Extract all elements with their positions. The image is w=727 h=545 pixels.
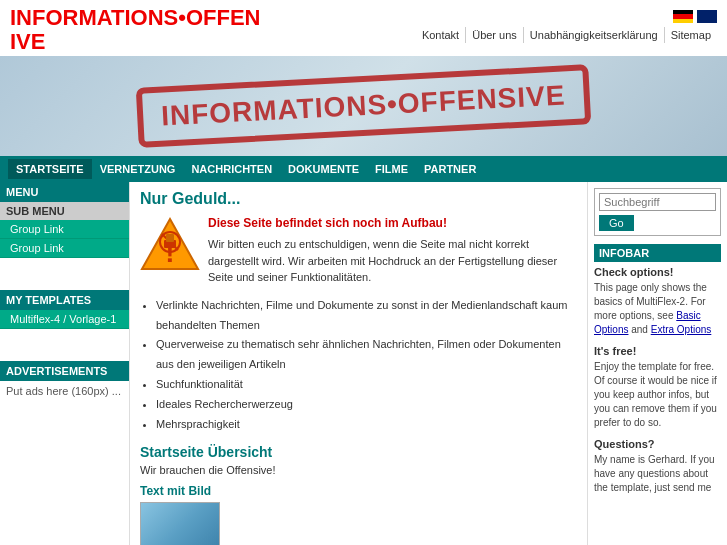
- sidebar-template-link-1[interactable]: Multiflex-4 / Vorlage-1: [0, 310, 129, 329]
- overview-section: Startseite Übersicht Wir brauchen die Of…: [140, 444, 577, 545]
- construction-title: Diese Seite befindet sich noch im Aufbau…: [208, 216, 447, 230]
- sidebar-link-2[interactable]: Group Link: [0, 239, 129, 258]
- infobar-section-3-title: Questions?: [594, 438, 721, 450]
- flag-de[interactable]: [673, 10, 693, 23]
- banner: INFORMATIONS•OFFENSIVE: [0, 56, 727, 156]
- nav-kontakt[interactable]: Kontakt: [416, 27, 465, 43]
- list-item-1: Verlinkte Nachrichten, Filme und Dokumen…: [156, 296, 577, 336]
- header: INFORMATIONS•OFFEN IVE Kontakt Über uns …: [0, 0, 727, 56]
- sidebar-ads-text: Put ads here (160px) ...: [0, 381, 129, 401]
- overview-image: [140, 502, 220, 545]
- top-nav: Kontakt Über uns Unabhängigkeitserklärun…: [416, 27, 717, 43]
- main: MENU SUB MENU Group Link Group Link MY T…: [0, 182, 727, 545]
- banner-stamp: INFORMATIONS•OFFENSIVE: [136, 65, 591, 149]
- navbar-item-filme[interactable]: FILME: [367, 159, 416, 179]
- sidebar-sub-menu-title: SUB MENU: [0, 202, 129, 220]
- construction-body: Wir bitten euch zu entschuldigen, wenn d…: [208, 236, 577, 286]
- infobar-extra-options-link[interactable]: Extra Options: [651, 324, 712, 335]
- overview-text: Wir brauchen die Offensive!: [140, 464, 577, 476]
- svg-rect-5: [166, 234, 174, 242]
- navbar-item-vernetzung[interactable]: VERNETZUNG: [92, 159, 184, 179]
- sidebar-link-1[interactable]: Group Link: [0, 220, 129, 239]
- search-box: Go: [594, 188, 721, 236]
- infobar-section-1: Check options! This page only shows the …: [594, 266, 721, 337]
- content-list: Verlinkte Nachrichten, Filme und Dokumen…: [140, 296, 577, 435]
- nav-sitemap[interactable]: Sitemap: [664, 27, 717, 43]
- title-text: INFORMATIONS•OFFEN: [10, 5, 261, 30]
- navbar-item-partner[interactable]: PARTNER: [416, 159, 484, 179]
- list-item-4: Ideales Rechercherwerzeug: [156, 395, 577, 415]
- list-item-3: Suchfunktionalität: [156, 375, 577, 395]
- search-input[interactable]: [599, 193, 716, 211]
- content-heading: Nur Geduld...: [140, 190, 577, 208]
- banner-stamp-text: INFORMATIONS•OFFENSIVE: [161, 80, 567, 132]
- header-right: Kontakt Über uns Unabhängigkeitserklärun…: [416, 10, 717, 43]
- construction-text: Diese Seite befindet sich noch im Aufbau…: [208, 214, 577, 286]
- sidebar-ads-title: ADVERTISEMENTS: [0, 361, 129, 381]
- infobar-section-1-text: This page only shows the basics of Multi…: [594, 281, 721, 337]
- infobar-section-3-text: My name is Gerhard. If you have any ques…: [594, 453, 721, 495]
- sidebar-menu-title: MENU: [0, 182, 129, 202]
- infobar-title: INFOBAR: [594, 244, 721, 262]
- under-construction: ! Diese Seite befindet sich noch im Aufb…: [140, 214, 577, 286]
- list-item-5: Mehrsprachigkeit: [156, 415, 577, 435]
- infobar-section-2-title: It's free!: [594, 345, 721, 357]
- nav-unabhaengigkeit[interactable]: Unabhängigkeitserklärung: [523, 27, 664, 43]
- flag-en[interactable]: [697, 10, 717, 23]
- text-with-image-label: Text mit Bild: [140, 484, 577, 498]
- infobar-section-2: It's free! Enjoy the template for free. …: [594, 345, 721, 430]
- flags: [673, 10, 717, 23]
- navbar-item-dokumente[interactable]: DOKUMENTE: [280, 159, 367, 179]
- sidebar-templates-title: MY TEMPLATES: [0, 290, 129, 310]
- nav-ueber-uns[interactable]: Über uns: [465, 27, 523, 43]
- overview-title: Startseite Übersicht: [140, 444, 577, 460]
- content: Nur Geduld... ! Diese Seite befindet sic…: [130, 182, 587, 545]
- construction-icon: !: [140, 214, 200, 274]
- navbar-item-startseite[interactable]: STARTSEITE: [8, 159, 92, 179]
- navbar-item-nachrichten[interactable]: NACHRICHTEN: [183, 159, 280, 179]
- infobar-section-3: Questions? My name is Gerhard. If you ha…: [594, 438, 721, 495]
- list-item-2: Querverweise zu thematisch sehr ähnliche…: [156, 335, 577, 375]
- site-title: INFORMATIONS•OFFEN IVE: [10, 6, 261, 54]
- right-panel: Go INFOBAR Check options! This page only…: [587, 182, 727, 545]
- search-button[interactable]: Go: [599, 215, 634, 231]
- infobar-section-2-text: Enjoy the template for free. Of course i…: [594, 360, 721, 430]
- infobar-section-1-title: Check options!: [594, 266, 721, 278]
- navbar: STARTSEITE VERNETZUNG NACHRICHTEN DOKUME…: [0, 156, 727, 182]
- sidebar: MENU SUB MENU Group Link Group Link MY T…: [0, 182, 130, 545]
